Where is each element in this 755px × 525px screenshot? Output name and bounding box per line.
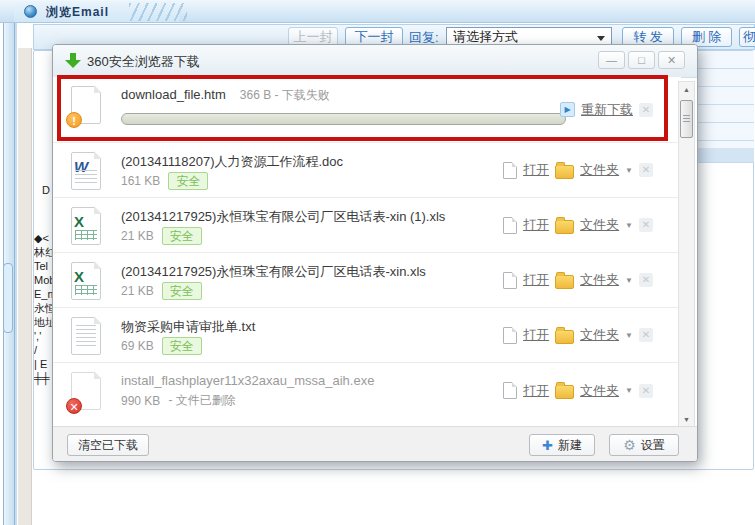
dialog-footer: 清空已下载 ✚ 新建 ⚙ 设置 — [53, 426, 697, 461]
plus-icon: ✚ — [542, 439, 553, 452]
open-folder-link[interactable]: 文件夹 — [580, 216, 619, 234]
download-list: ! download_file.htm366 B - 下载失败 ▶ 重新下载 ✕… — [53, 77, 681, 428]
open-folder-link[interactable]: 文件夹 — [580, 271, 619, 289]
settings-label: 设置 — [641, 435, 665, 455]
folder-icon — [555, 220, 574, 234]
chevron-down-icon[interactable]: ▼ — [625, 166, 633, 175]
maximize-button[interactable]: □ — [628, 51, 655, 69]
file-error-icon: ! — [71, 86, 101, 124]
settings-button[interactable]: ⚙ 设置 — [609, 434, 679, 456]
retry-download-link[interactable]: 重新下载 — [581, 101, 633, 119]
excel-file-icon: X — [71, 207, 101, 245]
open-file-icon — [503, 327, 517, 344]
email-tab-icon — [24, 5, 37, 18]
download-list-scrollbar[interactable]: ▲ ▼ — [678, 81, 695, 428]
open-file-icon — [503, 162, 517, 179]
file-status: - 文件已删除 — [168, 392, 235, 409]
open-folder-link[interactable]: 文件夹 — [580, 326, 619, 344]
remove-download-icon[interactable]: ✕ — [639, 273, 653, 287]
open-file-icon — [503, 217, 517, 234]
download-row-deleted[interactable]: ✕ install_flashplayer11x32axau_mssa_aih.… — [53, 363, 681, 418]
minimize-button[interactable]: — — [598, 51, 625, 69]
excel-file-icon: X — [71, 262, 101, 300]
panel-divider — [15, 20, 17, 525]
open-file-icon — [503, 382, 517, 399]
download-row-failed[interactable]: ! download_file.htm366 B - 下载失败 ▶ 重新下载 ✕ — [53, 77, 681, 143]
file-size: 69 KB — [121, 339, 154, 353]
new-download-button[interactable]: ✚ 新建 — [529, 434, 595, 456]
file-deleted-icon: ✕ — [71, 372, 101, 410]
file-name: download_file.htm366 B - 下载失败 — [121, 87, 330, 104]
tab-decoration — [129, 3, 187, 21]
chevron-down-icon[interactable]: ▼ — [625, 276, 633, 285]
scroll-up-icon[interactable]: ▲ — [680, 83, 693, 96]
safe-badge: 安全 — [162, 337, 202, 355]
folder-icon — [555, 385, 574, 399]
file-size: 161 KB — [121, 174, 160, 188]
error-badge-icon: ✕ — [66, 398, 82, 414]
warning-badge-icon: ! — [66, 112, 82, 128]
download-manager-dialog: 360安全浏览器下载 — □ ✕ ! download_file.htm366 … — [52, 44, 698, 462]
open-link[interactable]: 打开 — [523, 271, 549, 289]
remove-download-icon[interactable]: ✕ — [639, 328, 653, 342]
open-link[interactable]: 打开 — [523, 216, 549, 234]
download-row-xls2[interactable]: X (201341217925)永恒珠宝有限公司厂区电话表-xin.xls 21… — [53, 253, 681, 308]
screen: 浏览Email 上一封 下一封 回复: 请选择方式 转 发 删 除 彻底删除 D… — [0, 0, 755, 525]
open-folder-link[interactable]: 文件夹 — [580, 382, 619, 400]
remove-download-icon[interactable]: ✕ — [639, 384, 653, 398]
tab-title: 浏览Email — [46, 4, 109, 21]
file-name: (201341217925)永恒珠宝有限公司厂区电话表-xin.xls — [121, 263, 426, 281]
delete-forever-button[interactable]: 彻底删除 — [739, 27, 755, 47]
folder-icon — [555, 275, 574, 289]
chevron-down-icon[interactable]: ▼ — [625, 331, 633, 340]
remove-download-icon[interactable]: ✕ — [639, 103, 653, 117]
new-download-label: 新建 — [558, 435, 582, 455]
reply-select-value: 请选择方式 — [453, 29, 518, 44]
chevron-down-icon[interactable]: ▼ — [625, 221, 633, 230]
safe-badge: 安全 — [162, 227, 202, 245]
remove-download-icon[interactable]: ✕ — [639, 218, 653, 232]
gear-icon: ⚙ — [623, 438, 636, 452]
folder-icon — [555, 165, 574, 179]
tab-browse-email[interactable]: 浏览Email — [14, 1, 179, 22]
download-row-txt[interactable]: 物资采购申请审批单.txt 69 KB 安全 打开 文件夹 ▼ ✕ — [53, 308, 681, 363]
remove-download-icon[interactable]: ✕ — [639, 163, 653, 177]
open-file-icon — [503, 272, 517, 289]
download-progress-bar — [121, 113, 566, 125]
text-file-icon — [71, 317, 101, 355]
browser-tab-bar: 浏览Email — [0, 0, 755, 23]
safe-badge: 安全 — [162, 282, 202, 300]
open-folder-link[interactable]: 文件夹 — [580, 161, 619, 179]
close-button[interactable]: ✕ — [658, 51, 685, 69]
dialog-title-bar[interactable]: 360安全浏览器下载 — □ ✕ — [53, 45, 697, 78]
scroll-down-icon[interactable]: ▼ — [680, 413, 693, 426]
scrollbar-thumb[interactable] — [680, 100, 693, 138]
safe-badge: 安全 — [168, 172, 208, 190]
clear-downloads-button[interactable]: 清空已下载 — [67, 434, 149, 456]
email-left-gutter — [18, 48, 32, 525]
clear-downloads-label: 清空已下载 — [78, 435, 138, 455]
chevron-down-icon[interactable]: ▼ — [625, 386, 633, 395]
retry-play-icon[interactable]: ▶ — [560, 102, 575, 117]
file-name: 物资采购申请审批单.txt — [121, 318, 255, 336]
file-size: 990 KB — [121, 394, 160, 408]
file-name: (201341217925)永恒珠宝有限公司厂区电话表-xin (1).xls — [121, 208, 445, 226]
download-row-doc[interactable]: W (201341118207)人力资源工作流程.doc 161 KB 安全 打… — [53, 143, 681, 198]
chevron-down-icon — [597, 36, 605, 41]
file-size: 21 KB — [121, 229, 154, 243]
dialog-title: 360安全浏览器下载 — [87, 53, 200, 71]
word-file-icon: W — [71, 152, 101, 190]
file-name: install_flashplayer11x32axau_mssa_aih.ex… — [121, 373, 374, 388]
download-row-xls1[interactable]: X (201341217925)永恒珠宝有限公司厂区电话表-xin (1).xl… — [53, 198, 681, 253]
open-link[interactable]: 打开 — [523, 382, 549, 400]
open-link[interactable]: 打开 — [523, 161, 549, 179]
file-name: (201341118207)人力资源工作流程.doc — [121, 153, 343, 171]
file-size: 21 KB — [121, 284, 154, 298]
panel-collapse-handle[interactable] — [3, 263, 13, 333]
folder-icon — [555, 330, 574, 344]
open-link[interactable]: 打开 — [523, 326, 549, 344]
download-arrow-icon — [65, 53, 81, 69]
